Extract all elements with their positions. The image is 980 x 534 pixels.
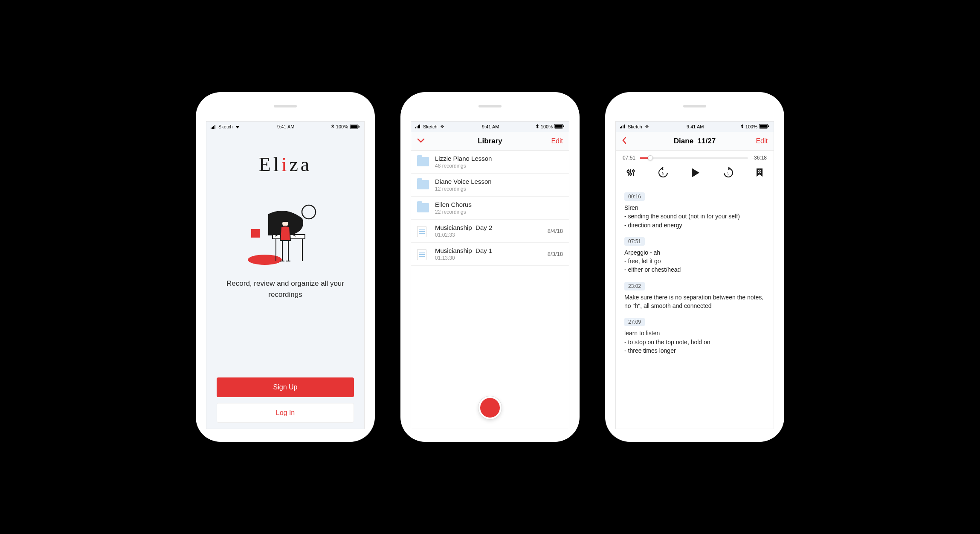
battery-icon	[554, 124, 565, 130]
play-button[interactable]	[690, 167, 701, 180]
svg-rect-25	[555, 125, 562, 128]
list-item-body: Diane Voice Lesson12 recordings	[435, 178, 557, 192]
nav-bar: Library Edit	[411, 132, 569, 151]
list-item-sub: 01:13:30	[435, 255, 542, 261]
svg-rect-8	[251, 229, 260, 238]
list-item[interactable]: Ellen Chorus22 recordings	[411, 197, 569, 220]
battery-percent: 100%	[336, 124, 348, 129]
note-text: Make sure there is no separation between…	[624, 293, 765, 311]
screen-welcome: Sketch 9:41 AM 100% Eliza	[206, 121, 365, 429]
list-item[interactable]: Musicianship_Day 201:02:338/4/18	[411, 220, 569, 243]
bluetooth-icon	[536, 124, 539, 130]
library-list[interactable]: Lizzie Piano Lesson48 recordingsDiane Vo…	[411, 151, 569, 429]
svg-point-35	[627, 171, 629, 173]
list-item[interactable]: Diane Voice Lesson12 recordings	[411, 174, 569, 197]
collapse-button[interactable]	[417, 137, 425, 145]
tagline: Record, review and organize all your rec…	[217, 278, 354, 300]
phone-speaker	[683, 105, 706, 107]
edit-button[interactable]: Edit	[551, 137, 563, 145]
note[interactable]: 23:02Make sure there is no separation be…	[624, 282, 765, 311]
settings-button[interactable]	[626, 168, 635, 179]
note-text: learn to listen - to stop on the top not…	[624, 329, 765, 355]
svg-rect-22	[418, 125, 419, 128]
list-item-sub: 22 recordings	[435, 209, 557, 215]
scrubber[interactable]: 07:51 -36:18	[616, 151, 774, 161]
scrub-thumb[interactable]	[648, 155, 653, 160]
svg-rect-3	[215, 125, 215, 129]
notes-list[interactable]: 00:16Siren - sending the sound out (not …	[616, 186, 774, 429]
svg-rect-28	[621, 126, 622, 128]
audio-file-icon	[417, 226, 429, 236]
app-logo: Eliza	[259, 153, 312, 176]
chevron-down-icon	[418, 139, 424, 142]
note[interactable]: 07:51Arpeggio - ah - free, let it go - e…	[624, 237, 765, 274]
svg-line-44	[760, 171, 760, 172]
list-item-title: Musicianship_Day 2	[435, 224, 542, 231]
list-item-body: Lizzie Piano Lesson48 recordings	[435, 155, 557, 169]
note[interactable]: 27:09learn to listen - to stop on the to…	[624, 318, 765, 355]
folder-icon	[417, 180, 429, 190]
svg-rect-29	[623, 125, 623, 128]
logo-part: El	[259, 154, 281, 175]
list-item[interactable]: Lizzie Piano Lesson48 recordings	[411, 151, 569, 174]
status-bar: Sketch 9:41 AM 100%	[411, 122, 569, 132]
svg-rect-32	[760, 125, 767, 128]
edit-button[interactable]: Edit	[756, 137, 768, 145]
note[interactable]: 00:16Siren - sending the sound out (not …	[624, 192, 765, 229]
folder-icon	[417, 203, 429, 213]
wifi-icon	[644, 124, 650, 129]
logo-part: za	[289, 154, 312, 175]
timestamp-pill[interactable]: 23:02	[624, 282, 645, 290]
svg-point-37	[630, 173, 632, 175]
phone-speaker	[274, 105, 297, 107]
rewind-5-button[interactable]: 5	[657, 167, 669, 180]
svg-text:5: 5	[662, 171, 664, 175]
back-button[interactable]	[622, 136, 627, 146]
status-time: 9:41 AM	[277, 124, 294, 129]
list-item-title: Lizzie Piano Lesson	[435, 155, 557, 162]
note-text: Siren - sending the sound out (not in fo…	[624, 203, 765, 229]
timestamp-pill[interactable]: 27:09	[624, 318, 645, 326]
list-item-body: Musicianship_Day 201:02:33	[435, 224, 542, 238]
svg-rect-6	[359, 126, 360, 128]
svg-rect-2	[213, 126, 214, 129]
svg-rect-1	[212, 127, 213, 129]
phone-speaker	[478, 105, 502, 107]
bluetooth-icon	[331, 124, 334, 130]
note-text: Arpeggio - ah - free, let it go - either…	[624, 248, 765, 274]
logo-dot: i	[281, 154, 290, 175]
list-item-sub: 12 recordings	[435, 186, 557, 192]
carrier-label: Sketch	[218, 124, 233, 129]
login-button[interactable]: Log In	[217, 403, 354, 423]
timestamp-pill[interactable]: 07:51	[624, 237, 645, 246]
phone-mockup-library: Sketch 9:41 AM 100% Library Edit Lizzie …	[400, 92, 580, 442]
chevron-left-icon	[623, 137, 626, 143]
forward-5-button[interactable]: 5	[722, 167, 734, 180]
list-item-title: Musicianship_Day 1	[435, 247, 542, 254]
scrub-track[interactable]	[640, 157, 748, 159]
list-item-sub: 48 recordings	[435, 163, 557, 169]
list-item[interactable]: Musicianship_Day 101:13:308/3/18	[411, 243, 569, 266]
time-remaining: -36:18	[752, 155, 767, 161]
screen-recording-detail: Sketch 9:41 AM 100% Diane_11/27 Edit 07:…	[615, 121, 774, 429]
battery-percent: 100%	[541, 124, 553, 129]
list-item-title: Diane Voice Lesson	[435, 178, 557, 185]
battery-percent: 100%	[745, 124, 757, 129]
svg-rect-0	[211, 128, 212, 129]
bookmark-button[interactable]	[756, 168, 763, 179]
signup-button[interactable]: Sign Up	[217, 377, 354, 397]
svg-rect-21	[417, 126, 418, 128]
svg-rect-33	[768, 125, 769, 127]
bluetooth-icon	[741, 124, 744, 130]
record-button[interactable]	[478, 396, 502, 419]
svg-point-7	[302, 205, 316, 219]
list-item-body: Ellen Chorus22 recordings	[435, 201, 557, 215]
status-bar: Sketch 9:41 AM 100%	[616, 122, 774, 132]
svg-text:5: 5	[727, 171, 729, 175]
status-time: 9:41 AM	[482, 124, 499, 129]
timestamp-pill[interactable]: 00:16	[624, 192, 645, 201]
hero-illustration	[243, 193, 328, 265]
status-bar: Sketch 9:41 AM 100%	[206, 122, 364, 132]
battery-icon	[350, 125, 360, 129]
list-item-body: Musicianship_Day 101:13:30	[435, 247, 542, 261]
